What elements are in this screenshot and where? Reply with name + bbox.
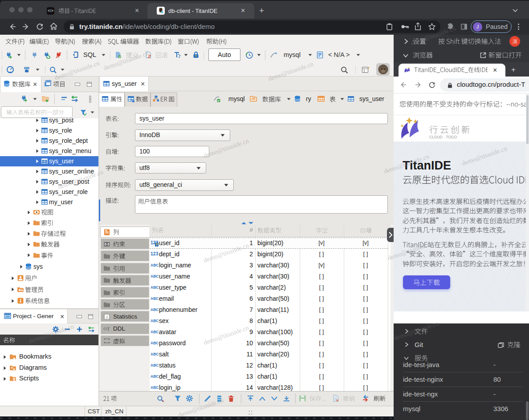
svg-text:T: T [107,326,110,331]
